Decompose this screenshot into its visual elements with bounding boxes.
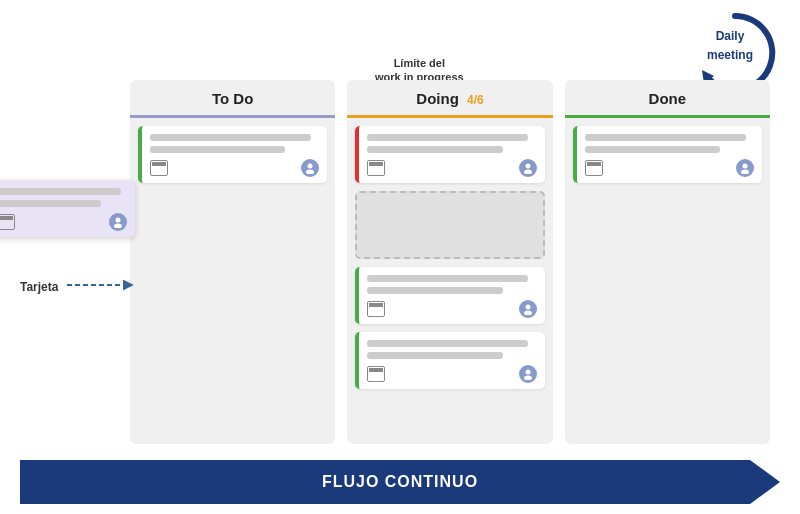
column-todo-title: To Do [212,90,253,107]
column-done: Done [565,80,770,444]
column-todo-header: To Do [130,80,335,118]
card-footer [367,365,536,383]
avatar-icon [109,213,127,231]
card-footer [367,159,536,177]
svg-point-9 [524,376,532,381]
card-line [150,146,285,153]
avatar-icon [519,365,537,383]
card-line [367,340,528,347]
kanban-board: Límite del work in progress Daily meetin… [0,0,800,514]
column-doing-title: Doing [416,90,459,107]
calendar-icon [585,160,603,176]
wip-badge: 4/6 [467,93,484,107]
wip-line1: Límite del [394,57,445,69]
card-line [585,134,746,141]
card-line [367,134,528,141]
column-done-title: Done [649,90,687,107]
svg-point-7 [524,311,532,316]
column-todo-body [130,118,335,444]
daily-meeting-text: Daily meeting [707,29,753,62]
calendar-icon [150,160,168,176]
column-done-header: Done [565,80,770,118]
avatar-icon [519,159,537,177]
card-footer [150,159,319,177]
card-line [0,188,121,195]
calendar-icon [367,366,385,382]
card[interactable] [573,126,762,183]
card-line [367,287,502,294]
calendar-icon [0,214,15,230]
card[interactable] [355,332,544,389]
card[interactable] [355,267,544,324]
svg-point-12 [116,218,121,223]
column-doing-body [347,118,552,444]
card-line [585,146,720,153]
svg-point-2 [308,164,313,169]
columns-container: To Do Doing 4/6 [130,80,770,444]
flujo-continuo-text: FLUJO CONTINUO [322,473,478,491]
svg-point-11 [741,170,749,175]
card-line [367,352,502,359]
moving-card[interactable] [0,180,135,237]
column-doing-header: Doing 4/6 [347,80,552,118]
calendar-icon [367,301,385,317]
card-line [367,275,528,282]
card-line [367,146,502,153]
card-footer [585,159,754,177]
svg-point-4 [525,164,530,169]
avatar-icon [301,159,319,177]
card[interactable] [355,126,544,183]
avatar-icon [519,300,537,318]
calendar-icon [367,160,385,176]
avatar-icon [736,159,754,177]
svg-point-3 [306,170,314,175]
card-line [0,200,101,207]
svg-point-8 [525,370,530,375]
card-footer [0,213,127,231]
column-doing: Doing 4/6 [347,80,552,444]
tarjeta-label: Tarjeta [20,280,58,294]
card-footer [367,300,536,318]
card-line [150,134,311,141]
svg-point-10 [742,164,747,169]
column-done-body [565,118,770,444]
card[interactable] [138,126,327,183]
svg-point-6 [525,305,530,310]
svg-point-5 [524,170,532,175]
card-placeholder [355,191,544,259]
column-todo: To Do [130,80,335,444]
svg-point-13 [114,224,122,229]
tarjeta-text: Tarjeta [20,280,58,294]
flujo-continuo-banner: FLUJO CONTINUO [20,460,780,504]
